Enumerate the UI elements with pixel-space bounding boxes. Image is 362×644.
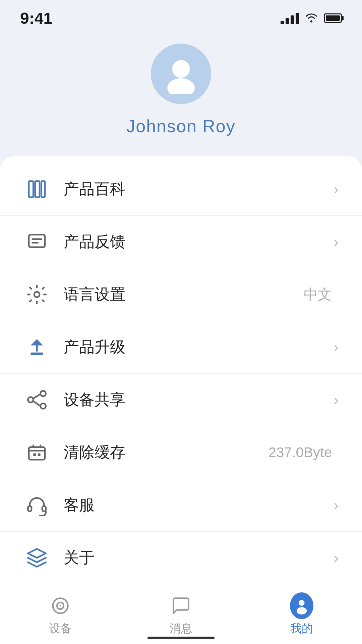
svg-rect-5 (29, 235, 45, 247)
menu-label-language-settings: 语言设置 (64, 284, 304, 305)
headset-icon (23, 492, 50, 519)
status-time: 9:41 (20, 9, 52, 28)
svg-point-21 (60, 605, 61, 607)
menu-label-product-wiki: 产品百科 (64, 179, 334, 200)
mine-tab-icon (290, 594, 313, 618)
upgrade-icon (23, 334, 50, 361)
share-icon (23, 386, 50, 413)
menu-item-logout[interactable]: 退出登录 › (0, 584, 362, 587)
user-name: Johnson Roy (126, 116, 236, 136)
svg-rect-9 (31, 353, 43, 355)
svg-rect-3 (35, 181, 40, 197)
menu-item-product-feedback[interactable]: 产品反馈 › (0, 216, 362, 268)
avatar[interactable] (151, 44, 211, 104)
profile-header: Johnson Roy (0, 30, 362, 156)
signal-icon (281, 12, 299, 24)
menu-item-product-wiki[interactable]: 产品百科 › (0, 163, 362, 216)
device-tab-icon (49, 594, 72, 618)
svg-point-1 (167, 78, 195, 94)
chevron-icon: › (334, 549, 339, 566)
menu-item-about[interactable]: 关于 › (0, 532, 362, 584)
menu-item-language-settings[interactable]: 语言设置 中文 (0, 268, 362, 321)
menu-item-product-upgrade[interactable]: 产品升级 › (0, 321, 362, 374)
svg-rect-16 (38, 453, 41, 456)
svg-point-8 (34, 292, 40, 297)
battery-icon (324, 13, 342, 23)
box-icon (23, 544, 50, 571)
svg-rect-2 (29, 181, 33, 197)
language-value: 中文 (304, 285, 332, 304)
svg-rect-13 (29, 447, 45, 460)
settings-icon (23, 281, 50, 308)
svg-line-11 (33, 401, 40, 406)
status-icons (281, 11, 342, 25)
svg-rect-15 (33, 453, 36, 456)
chevron-icon: › (334, 233, 339, 250)
svg-point-0 (172, 60, 190, 78)
svg-rect-17 (28, 506, 32, 512)
chevron-icon: › (334, 181, 339, 198)
tab-messages[interactable]: 消息 (121, 594, 241, 636)
tab-mine[interactable]: 我的 (241, 594, 362, 636)
svg-line-12 (33, 394, 40, 398)
cache-icon (23, 439, 50, 466)
menu-label-about: 关于 (64, 547, 334, 568)
tab-device[interactable]: 设备 (0, 594, 121, 636)
feedback-icon (23, 228, 50, 255)
menu-item-clear-cache[interactable]: 清除缓存 237.0Byte (0, 426, 362, 479)
svg-point-23 (297, 607, 307, 614)
menu-item-device-share[interactable]: 设备共享 › (0, 374, 362, 426)
cache-size-value: 237.0Byte (268, 444, 332, 461)
tab-bar: 设备 消息 我的 (0, 587, 362, 644)
menu-label-product-feedback: 产品反馈 (64, 231, 334, 252)
svg-rect-18 (42, 506, 46, 512)
menu-label-device-share: 设备共享 (64, 389, 334, 410)
menu-label-clear-cache: 清除缓存 (64, 442, 268, 463)
tab-messages-label: 消息 (170, 621, 192, 636)
svg-point-22 (299, 600, 304, 606)
home-indicator (147, 637, 215, 639)
menu-item-customer-service[interactable]: 客服 › (0, 479, 362, 532)
menu-label-product-upgrade: 产品升级 (64, 337, 334, 358)
svg-rect-4 (41, 181, 45, 197)
books-icon (23, 176, 50, 203)
menu-card: 产品百科 › 产品反馈 › 语言设置 (0, 156, 362, 587)
chevron-icon: › (334, 497, 339, 514)
messages-tab-icon (169, 594, 193, 618)
status-bar: 9:41 (0, 0, 362, 30)
chevron-icon: › (334, 391, 339, 408)
tab-device-label: 设备 (49, 621, 72, 636)
menu-label-customer-service: 客服 (64, 495, 334, 516)
tab-mine-label: 我的 (290, 621, 313, 636)
wifi-icon (305, 11, 318, 25)
chevron-icon: › (334, 339, 339, 356)
